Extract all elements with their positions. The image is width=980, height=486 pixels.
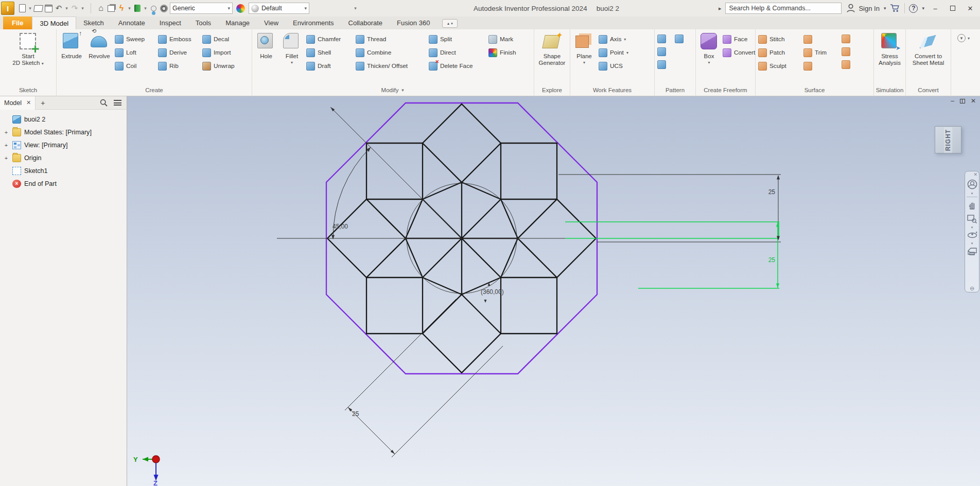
undo-icon[interactable] bbox=[54, 3, 63, 13]
convert-sheet-metal-button[interactable]: Convert toSheet Metal bbox=[907, 31, 950, 84]
finish-button[interactable]: Finish bbox=[487, 46, 528, 59]
tree-item-end-of-part[interactable]: End of Part bbox=[3, 177, 127, 190]
tab-3d-model[interactable]: 3D Model bbox=[32, 16, 76, 29]
zoom-window-icon[interactable] bbox=[967, 214, 977, 224]
patch-button[interactable]: Patch bbox=[757, 46, 802, 59]
appearance-add-icon[interactable] bbox=[312, 3, 321, 13]
fillet-button[interactable]: Fillet ▾ bbox=[279, 31, 305, 84]
split-button[interactable]: Split bbox=[427, 32, 487, 46]
axis-button[interactable]: Axis ▾ bbox=[597, 32, 651, 46]
doc-restore-button[interactable] bbox=[960, 99, 965, 103]
chevron-down-icon[interactable]: ▾ bbox=[884, 6, 886, 11]
freeform-box-button[interactable]: Box ▾ bbox=[697, 31, 721, 84]
help-icon[interactable]: ? bbox=[909, 4, 918, 13]
tab-environments[interactable]: Environments bbox=[286, 16, 341, 29]
loft-button[interactable]: Loft bbox=[113, 46, 156, 59]
hole-button[interactable]: Hole bbox=[253, 31, 279, 84]
import-button[interactable]: Import bbox=[201, 46, 248, 59]
tab-tools[interactable]: Tools bbox=[188, 16, 218, 29]
delete-face-button[interactable]: Delete Face bbox=[427, 59, 487, 73]
quick-launch-icon[interactable] bbox=[117, 3, 126, 13]
viewcube[interactable]: RIGHT bbox=[935, 126, 961, 153]
tree-item-view-primary[interactable]: + View: [Primary] bbox=[3, 138, 127, 151]
material-combo[interactable]: Generic ▾ bbox=[170, 3, 233, 14]
tree-item-sketch1[interactable]: Sketch1 bbox=[3, 164, 127, 177]
sign-in-button[interactable]: Sign In bbox=[846, 3, 879, 13]
right-dimension-black[interactable]: 25 bbox=[768, 188, 776, 196]
extend-surface-icon-button[interactable] bbox=[840, 32, 859, 45]
home-icon[interactable] bbox=[96, 3, 106, 13]
expand-chevron-icon[interactable]: ▸ bbox=[719, 5, 722, 12]
rib-button[interactable]: Rib bbox=[156, 59, 201, 73]
look-at-icon[interactable] bbox=[967, 247, 978, 256]
driven-angle-dimension[interactable]: (360,00) bbox=[481, 288, 504, 296]
save-icon[interactable] bbox=[44, 3, 53, 13]
quick-launch-caret[interactable] bbox=[127, 3, 132, 13]
appearance-clear-icon[interactable] bbox=[322, 3, 331, 13]
navbar-close-icon[interactable]: ✕ bbox=[973, 172, 977, 177]
steering-wheel-icon[interactable] bbox=[967, 179, 978, 190]
close-button[interactable]: ✕ bbox=[964, 5, 977, 12]
minimize-button[interactable]: – bbox=[929, 5, 942, 12]
ribbon-collapse-button[interactable]: ▼▾ bbox=[957, 33, 975, 43]
start-2d-sketch-button[interactable]: Start 2D Sketch ▾ bbox=[5, 31, 52, 84]
rectangular-pattern-icon-button[interactable] bbox=[656, 32, 673, 45]
circular-pattern-icon-button[interactable] bbox=[656, 45, 673, 58]
redo-icon[interactable] bbox=[70, 3, 79, 13]
sculpt-button[interactable]: Sculpt bbox=[757, 59, 802, 73]
tab-file[interactable]: File bbox=[3, 16, 32, 29]
chevron-down-icon[interactable]: ▾ bbox=[971, 241, 973, 245]
trim-button[interactable]: Trim bbox=[802, 46, 840, 59]
material-editor-icon[interactable] bbox=[133, 3, 142, 13]
derive-button[interactable]: Derive bbox=[156, 46, 201, 59]
point-button[interactable]: Point ▾ bbox=[597, 46, 651, 59]
thread-button[interactable]: Thread bbox=[354, 32, 427, 46]
mirror-icon-button[interactable] bbox=[673, 32, 691, 45]
tree-item-model-states-primary[interactable]: + Model States: [Primary] bbox=[3, 126, 127, 138]
sketch-pattern-icon-button[interactable] bbox=[656, 58, 673, 71]
search-icon[interactable] bbox=[100, 99, 108, 107]
add-browser-tab-button[interactable]: + bbox=[36, 99, 50, 107]
pan-hand-icon[interactable] bbox=[967, 200, 977, 211]
material-editor-caret[interactable] bbox=[143, 3, 148, 13]
new-caret[interactable] bbox=[28, 3, 32, 13]
shape-generator-button[interactable]: ShapeGenerator bbox=[535, 31, 569, 84]
fx-icon[interactable] bbox=[332, 3, 342, 13]
color-wheel-icon[interactable] bbox=[236, 4, 245, 13]
browser-menu-icon[interactable] bbox=[114, 100, 121, 106]
render-wheel-icon[interactable] bbox=[159, 3, 168, 13]
angle-dimension[interactable]: 45,00 bbox=[332, 223, 348, 230]
right-dimension-green[interactable]: 25 bbox=[768, 256, 776, 264]
orbit-icon[interactable] bbox=[967, 231, 978, 240]
thicken-offset-button[interactable]: Thicken/ Offset bbox=[354, 59, 427, 73]
tree-item-origin[interactable]: + Origin bbox=[3, 151, 127, 164]
panel-label-modify[interactable]: Modify▼ bbox=[252, 84, 534, 96]
search-input[interactable] bbox=[725, 3, 842, 14]
stress-analysis-button[interactable]: StressAnalysis bbox=[875, 31, 904, 84]
thicken-surface-icon-button[interactable] bbox=[802, 59, 840, 73]
chevron-down-icon[interactable]: ▾ bbox=[922, 6, 924, 11]
doc-minimize-button[interactable]: – bbox=[951, 97, 954, 105]
coil-button[interactable]: Coil bbox=[113, 59, 156, 73]
add-icon[interactable] bbox=[343, 3, 352, 13]
tree-item-buoi2-2[interactable]: buoi2 2 bbox=[3, 113, 127, 126]
construction-lines[interactable] bbox=[277, 107, 781, 457]
expander-icon[interactable]: + bbox=[3, 142, 9, 148]
appearance-combo[interactable]: Default ▾ bbox=[249, 3, 309, 14]
combine-button[interactable]: Combine bbox=[354, 46, 427, 59]
draft-button[interactable]: Draft bbox=[305, 59, 354, 73]
chevron-down-icon[interactable]: ▾ bbox=[971, 225, 973, 229]
browser-tab-model[interactable]: Model ✕ bbox=[0, 96, 36, 110]
convert-button[interactable]: Convert bbox=[721, 46, 754, 59]
tab-view[interactable]: View bbox=[257, 16, 286, 29]
extrude-button[interactable]: Extrude bbox=[58, 31, 85, 84]
chevron-down-icon[interactable]: ▾ bbox=[971, 192, 973, 195]
ribbon-display-toggle[interactable]: ▴▾ bbox=[442, 19, 458, 28]
tab-manage[interactable]: Manage bbox=[218, 16, 257, 29]
ruled-surface-icon-button[interactable] bbox=[802, 32, 840, 46]
delete-surface-icon-button[interactable] bbox=[840, 58, 859, 71]
navbar-collapse-icon[interactable]: ⊖ bbox=[970, 286, 974, 291]
unwrap-button[interactable]: Unwrap bbox=[201, 59, 248, 73]
new-file-icon[interactable] bbox=[18, 3, 27, 13]
emboss-button[interactable]: Emboss bbox=[156, 32, 201, 46]
